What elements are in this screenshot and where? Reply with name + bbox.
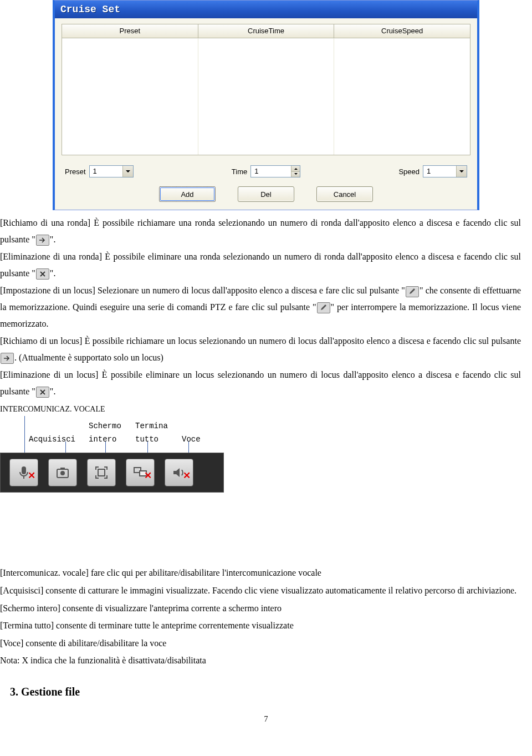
paragraph-richiamo-locus: [Richiamo di un locus] È possibile richi… <box>0 333 521 366</box>
fullscreen-icon <box>93 464 110 481</box>
col-preset-header[interactable]: Preset <box>62 24 198 38</box>
spinner-down-icon[interactable] <box>291 172 300 177</box>
arrow-right-icon <box>1 353 14 364</box>
speed-combo[interactable]: 1 <box>423 165 467 177</box>
paragraph-richiamo-ronda: [Richiamo di una ronda] È possibile rich… <box>0 215 521 247</box>
add-button[interactable]: Add <box>159 186 216 202</box>
disabled-x-icon: ✕ <box>28 467 35 484</box>
desc-voce: [Voce] consente di abilitare/disabilitar… <box>0 635 521 652</box>
pencil-icon <box>317 302 330 313</box>
time-spinner[interactable]: 1 <box>250 165 300 177</box>
cruise-set-dialog: Cruise Set Preset CruiseTime CruiseSpeed… <box>53 0 479 210</box>
disabled-x-icon: ✕ <box>144 467 152 484</box>
col-cruisespeed-header[interactable]: CruiseSpeed <box>334 24 470 38</box>
delete-x-icon <box>36 387 49 398</box>
preset-label: Preset <box>65 168 86 176</box>
chevron-down-icon[interactable] <box>456 166 467 177</box>
time-label: Time <box>232 168 247 176</box>
callout-line <box>188 442 189 453</box>
audio-button[interactable]: ✕ <box>165 459 193 486</box>
preset-combo[interactable]: 1 <box>89 165 134 177</box>
label-termina-2: tutto <box>135 433 158 447</box>
toolbar-label-callouts: Schermo Termina Acquisisci intero tutto … <box>0 416 521 453</box>
callout-line <box>65 442 66 453</box>
paragraph-eliminazione-ronda: [Eliminazione di una ronda] È possibile … <box>0 248 521 281</box>
paragraph-impostazione-locus: [Impostazione di un locus] Selezionare u… <box>0 282 521 332</box>
col-cruisetime-header[interactable]: CruiseTime <box>198 24 334 38</box>
column-headers: Preset CruiseTime CruiseSpeed <box>62 24 470 38</box>
label-termina-1: Termina <box>135 419 168 434</box>
desc-acquisisci: [Acquisisci] consente di catturare le im… <box>0 582 521 599</box>
delete-x-icon <box>36 268 49 280</box>
pencil-icon <box>406 286 419 297</box>
label-acquisisci: Acquisisci <box>29 433 75 447</box>
svg-point-2 <box>60 471 65 475</box>
callout-line <box>24 416 25 453</box>
callout-line <box>147 442 148 453</box>
preset-value: 1 <box>93 165 97 177</box>
col-cruisespeed-body <box>334 38 470 155</box>
col-cruisetime-body <box>198 38 335 155</box>
paragraph-eliminazione-locus: [Eliminazione di un locus] È possibile e… <box>0 367 521 399</box>
fullscreen-button[interactable] <box>87 459 116 486</box>
desc-note: Nota: X indica che la funzionalità è dis… <box>0 652 521 669</box>
desc-intercom: [Intercomunicaz. vocale] fare clic qui p… <box>0 565 521 581</box>
callout-line <box>105 442 106 453</box>
disabled-x-icon: ✕ <box>183 467 191 484</box>
spinner-up-icon[interactable] <box>291 166 300 172</box>
list-body[interactable] <box>62 38 470 155</box>
camera-icon <box>54 464 71 481</box>
desc-termina-tutto: [Termina tutto] consente di terminare tu… <box>0 617 521 634</box>
col-preset-body <box>62 38 198 155</box>
speed-label: Speed <box>398 168 420 176</box>
label-voce: Voce <box>182 433 201 447</box>
label-schermo-1: Schermo <box>89 419 121 434</box>
capture-button[interactable] <box>48 459 77 486</box>
cancel-button[interactable]: Cancel <box>316 186 373 202</box>
dialog-title: Cruise Set <box>60 4 120 15</box>
stop-all-button[interactable]: ✕ <box>126 459 155 486</box>
svg-rect-0 <box>22 466 26 474</box>
svg-rect-3 <box>60 468 65 470</box>
svg-rect-4 <box>98 469 105 476</box>
section-3-heading: 3. Gestione file <box>10 686 532 698</box>
speed-value: 1 <box>427 165 431 177</box>
voice-intercom-heading: INTERCOMUNICAZ. VOCALE <box>0 402 521 417</box>
media-toolbar: ✕ ✕ ✕ <box>0 453 224 493</box>
dialog-titlebar: Cruise Set <box>55 1 477 18</box>
time-value: 1 <box>254 165 258 177</box>
label-schermo-2: intero <box>89 433 116 447</box>
arrow-right-icon <box>36 235 49 246</box>
voice-intercom-button[interactable]: ✕ <box>9 459 38 486</box>
del-button[interactable]: Del <box>238 186 294 202</box>
page-number: 7 <box>0 715 532 724</box>
chevron-down-icon[interactable] <box>122 166 133 177</box>
desc-schermo-intero: [Schermo intero] consente di visualizzar… <box>0 600 521 617</box>
